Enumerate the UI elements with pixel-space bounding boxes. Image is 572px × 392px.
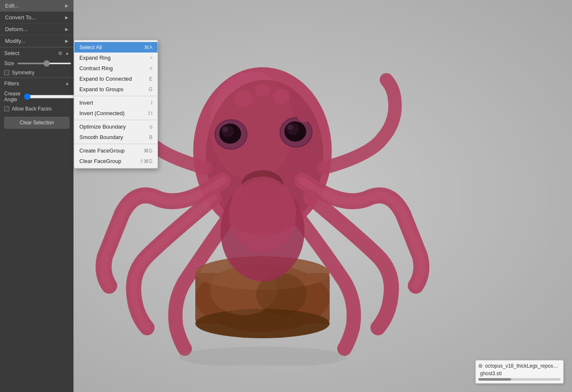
select-panel: Select ⚙ ▲ Size 55 Symmetry bbox=[0, 47, 73, 77]
dropdown-select-all-label: Select All bbox=[79, 44, 102, 50]
dropdown-optimize-boundary[interactable]: Optimize Boundary o bbox=[74, 121, 157, 132]
dropdown-invert[interactable]: Invert I bbox=[74, 97, 157, 108]
dropdown-contract-ring-label: Contract Ring bbox=[79, 65, 113, 71]
clear-selection-button[interactable]: Clear Selection bbox=[4, 117, 69, 129]
svg-point-9 bbox=[284, 121, 306, 142]
select-header-icons: ⚙ ▲ bbox=[58, 50, 69, 56]
menu-edit[interactable]: Edit... ▶ bbox=[0, 0, 73, 12]
dropdown-expand-groups-label: Expand to Groups bbox=[79, 86, 123, 92]
dropdown-create-facegroup[interactable]: Create FaceGroup ⌘G bbox=[74, 145, 157, 156]
crease-label: Crease Angle bbox=[4, 91, 21, 103]
menu-edit-label: Edit... bbox=[5, 3, 19, 9]
svg-point-5 bbox=[221, 125, 234, 137]
filters-collapse-icon[interactable]: ▲ bbox=[65, 81, 69, 86]
svg-point-12 bbox=[280, 118, 312, 147]
menu-convert[interactable]: Convert To... ▶ bbox=[0, 12, 73, 24]
dropdown-create-facegroup-label: Create FaceGroup bbox=[79, 147, 125, 154]
dropdown-divider-3 bbox=[74, 144, 157, 144]
svg-point-7 bbox=[215, 120, 247, 149]
dropdown-divider-2 bbox=[74, 120, 157, 120]
menu-modify[interactable]: Modify... ▶ bbox=[0, 35, 73, 47]
object-sub-name: ghost3.stl bbox=[478, 371, 561, 376]
svg-point-24 bbox=[220, 181, 304, 282]
svg-point-15 bbox=[273, 89, 290, 104]
dropdown-invert-connected-shortcut: ⇧I bbox=[147, 110, 152, 116]
svg-rect-19 bbox=[195, 273, 330, 324]
svg-point-14 bbox=[255, 84, 270, 97]
dropdown-invert-connected[interactable]: Invert (Connected) ⇧I bbox=[74, 108, 157, 118]
menu-edit-arrow: ▶ bbox=[65, 3, 68, 8]
symmetry-label: Symmetry bbox=[12, 70, 34, 76]
dropdown-expand-groups[interactable]: Expand to Groups G bbox=[74, 84, 157, 95]
menu-convert-label: Convert To... bbox=[5, 14, 36, 21]
svg-point-0 bbox=[193, 67, 332, 235]
filters-label: Filters bbox=[4, 80, 19, 87]
dropdown-clear-facegroup-shortcut: ⇧⌘G bbox=[139, 158, 152, 164]
svg-point-6 bbox=[222, 127, 228, 132]
menu-deform-label: Deform... bbox=[5, 26, 27, 32]
menu-deform-arrow: ▶ bbox=[65, 27, 68, 32]
svg-point-17 bbox=[241, 170, 283, 200]
svg-point-20 bbox=[195, 256, 330, 290]
menu-modify-arrow: ▶ bbox=[65, 39, 68, 43]
svg-point-26 bbox=[178, 347, 346, 366]
dropdown-contract-ring-shortcut: < bbox=[150, 66, 152, 71]
menu-convert-arrow: ▶ bbox=[65, 15, 68, 20]
dropdown-menu: Select All ⌘A Expand Ring > Contract Rin… bbox=[74, 40, 158, 168]
dropdown-expand-connected[interactable]: Expand to Connected E bbox=[74, 74, 157, 84]
dropdown-contract-ring[interactable]: Contract Ring < bbox=[74, 63, 157, 74]
select-collapse-icon[interactable]: ▲ bbox=[65, 51, 69, 55]
object-browser: octopus_v18_thickLegs_repos_ke ghost3.st… bbox=[475, 360, 564, 384]
size-row: Size 55 bbox=[0, 59, 73, 68]
svg-point-16 bbox=[297, 109, 312, 122]
sidebar: Edit... ▶ Convert To... ▶ Deform... ▶ Mo… bbox=[0, 0, 73, 392]
symmetry-checkbox[interactable] bbox=[4, 70, 9, 75]
svg-point-1 bbox=[210, 71, 294, 181]
svg-point-4 bbox=[219, 124, 241, 144]
svg-point-11 bbox=[287, 125, 293, 130]
dropdown-expand-ring-arrow: > bbox=[150, 55, 152, 60]
dropdown-smooth-boundary-shortcut: B bbox=[149, 134, 152, 140]
object-name: octopus_v18_thickLegs_repos_ke bbox=[485, 363, 561, 369]
crease-row: Crease Angle 0 bbox=[0, 89, 73, 104]
allow-backfaces-checkbox[interactable] bbox=[4, 106, 9, 111]
dropdown-invert-label: Invert bbox=[79, 100, 93, 106]
object-dot bbox=[478, 364, 483, 368]
dropdown-smooth-boundary-label: Smooth Boundary bbox=[79, 134, 123, 140]
dropdown-smooth-boundary[interactable]: Smooth Boundary B bbox=[74, 132, 157, 142]
dropdown-select-all[interactable]: Select All ⌘A bbox=[74, 42, 157, 53]
select-gear-icon[interactable]: ⚙ bbox=[58, 50, 63, 56]
allow-row: Allow Back Faces bbox=[0, 104, 73, 113]
dropdown-invert-connected-label: Invert (Connected) bbox=[79, 110, 125, 116]
svg-point-18 bbox=[195, 265, 330, 332]
object-bar-fill bbox=[478, 378, 511, 381]
svg-point-8 bbox=[280, 118, 312, 147]
dropdown-invert-shortcut: I bbox=[151, 100, 152, 106]
size-label: Size bbox=[4, 61, 14, 66]
select-header-left: Select bbox=[4, 50, 19, 56]
svg-point-22 bbox=[210, 265, 277, 315]
menu-deform[interactable]: Deform... ▶ bbox=[0, 24, 73, 35]
dropdown-create-facegroup-shortcut: ⌘G bbox=[144, 148, 152, 154]
dropdown-clear-facegroup-label: Clear FaceGroup bbox=[79, 158, 121, 164]
svg-point-2 bbox=[206, 80, 323, 231]
dropdown-select-all-shortcut: ⌘A bbox=[144, 45, 152, 50]
allow-label: Allow Back Faces bbox=[12, 106, 52, 112]
svg-point-23 bbox=[256, 273, 307, 315]
filters-header: Filters ▲ bbox=[0, 77, 73, 89]
dropdown-clear-facegroup[interactable]: Clear FaceGroup ⇧⌘G bbox=[74, 156, 157, 166]
svg-point-3 bbox=[215, 120, 247, 149]
menu-modify-label: Modify... bbox=[5, 38, 25, 44]
crease-slider[interactable] bbox=[24, 93, 78, 100]
dropdown-expand-groups-shortcut: G bbox=[149, 87, 152, 92]
size-slider[interactable] bbox=[17, 63, 71, 64]
svg-point-25 bbox=[229, 176, 296, 252]
dropdown-expand-connected-label: Expand to Connected bbox=[79, 76, 132, 82]
dropdown-expand-ring[interactable]: Expand Ring > bbox=[74, 53, 157, 63]
dropdown-optimize-boundary-label: Optimize Boundary bbox=[79, 124, 126, 130]
dropdown-expand-ring-label: Expand Ring bbox=[79, 55, 110, 61]
select-label: Select bbox=[4, 50, 19, 56]
dropdown-expand-connected-shortcut: E bbox=[149, 76, 152, 82]
dropdown-optimize-boundary-shortcut: o bbox=[150, 124, 152, 130]
dropdown-divider-1 bbox=[74, 96, 157, 96]
